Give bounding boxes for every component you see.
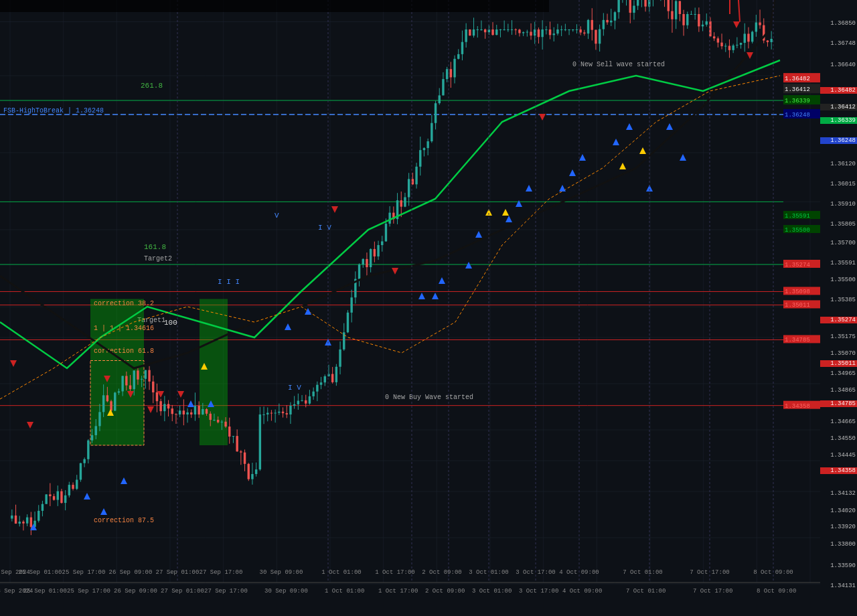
price-label-135500: 1.35500 [820, 277, 857, 283]
price-axis: 1.368501.367481.366401.364821.364121.363… [820, 0, 857, 583]
price-label-134131: 1.34131 [820, 583, 857, 589]
price-label-133800: 1.33800 [820, 541, 857, 548]
price-label-135591: 1.35591 [820, 260, 857, 266]
time-label: 7 Oct 17:00 [690, 569, 729, 576]
price-label-136748: 1.36748 [820, 40, 857, 47]
price-label-134550: 1.34550 [820, 435, 857, 442]
time-label: 1 Oct 17:00 [375, 569, 414, 576]
time-label: 25 Sep 17:00 [62, 569, 106, 576]
price-label-136412: 1.36412 [820, 104, 857, 110]
price-label-136015: 1.36015 [820, 181, 857, 187]
price-label-135910: 1.35910 [820, 201, 857, 208]
time-label: 7 Oct 01:00 [623, 569, 662, 576]
price-label-135070: 1.35070 [820, 350, 857, 357]
time-label: 27 Sep 17:00 [200, 569, 243, 576]
price-label-136850: 1.36850 [820, 20, 857, 27]
main-chart-canvas [0, 0, 820, 616]
time-label: 26 Sep 09:00 [109, 569, 153, 576]
price-label-134665: 1.34665 [820, 418, 857, 425]
price-label-135011: 1.35011 [820, 360, 857, 367]
time-label: 2 Oct 09:00 [422, 569, 461, 576]
price-label-135175: 1.35175 [820, 333, 857, 340]
time-label: 8 Oct 09:00 [753, 569, 793, 576]
time-label: 4 Oct 09:00 [559, 569, 599, 576]
price-label-136339: 1.36339 [820, 117, 857, 124]
time-label: 3 Oct 01:00 [469, 569, 508, 576]
price-label-136248: 1.36248 [820, 137, 857, 144]
price-label-135805: 1.35805 [820, 221, 857, 228]
price-label-136640: 1.36640 [820, 62, 857, 68]
time-label: 3 Oct 17:00 [516, 569, 555, 576]
price-label-135700: 1.35700 [820, 240, 857, 246]
price-label-134865: 1.34865 [820, 387, 857, 394]
price-label-134965: 1.34965 [820, 370, 857, 377]
time-label: 30 Sep 09:00 [260, 569, 303, 576]
header-line-symbol [3, 1, 546, 11]
price-label-133590: 1.33590 [820, 562, 857, 569]
price-label-134785: 1.34785 [820, 400, 857, 407]
time-label: 25 Sep 01:00 [19, 569, 62, 576]
time-label: 27 Sep 01:00 [156, 569, 200, 576]
price-label-134020: 1.34020 [820, 508, 857, 514]
price-label-136120: 1.36120 [820, 161, 857, 167]
info-panel [0, 0, 549, 12]
price-label-135385: 1.35385 [820, 297, 857, 303]
price-label-136482: 1.36482 [820, 87, 857, 94]
chart-container: 1.368501.367481.366401.364821.364121.363… [0, 0, 857, 616]
price-label-134132: 1.34132 [820, 490, 857, 497]
time-label: 1 Oct 01:00 [321, 569, 361, 576]
time-axis: 28 Sep 202425 Sep 01:0025 Sep 17:0026 Se… [0, 569, 820, 583]
price-label-135274: 1.35274 [820, 317, 857, 323]
price-label-133920: 1.33920 [820, 524, 857, 530]
price-label-134445: 1.34445 [820, 452, 857, 459]
price-label-134358: 1.34358 [820, 467, 857, 474]
